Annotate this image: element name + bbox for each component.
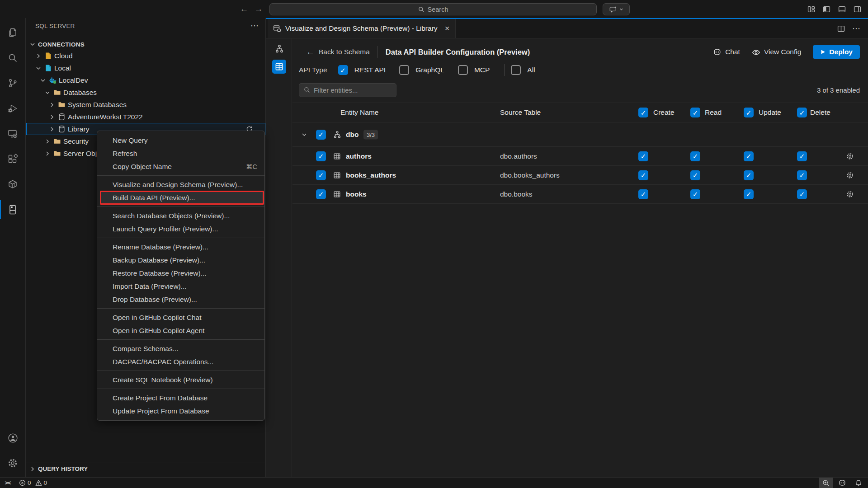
checkbox-unchecked[interactable] [458,65,468,75]
api-option-all[interactable]: All [511,65,535,75]
zoom-in-status-icon[interactable] [819,478,833,488]
entity-row-books-authors[interactable]: books_authors dbo.books_authors [292,166,868,185]
copilot-status-icon[interactable] [835,478,849,488]
toggle-primary-sidebar-icon[interactable] [822,4,831,14]
read-checkbox[interactable] [690,151,700,161]
command-center-search[interactable]: Search [269,3,597,15]
search-view-icon[interactable] [0,46,25,70]
menu-item-copy-object-name[interactable]: Copy Object Name⌘C [97,160,264,173]
delete-all-checkbox[interactable] [797,108,807,117]
run-debug-icon[interactable] [0,97,25,120]
menu-item-rename-database[interactable]: Rename Database (Preview)... [97,240,264,253]
tree-item-local[interactable]: Local [26,62,265,74]
api-option-graphql[interactable]: GraphQL [399,65,444,75]
delete-checkbox[interactable] [797,170,807,180]
menu-item-search-database-objects[interactable]: Search Database Objects (Preview)... [97,209,264,222]
notifications-bell-icon[interactable] [852,478,865,488]
menu-item-drop-database[interactable]: Drop Database (Preview)... [97,293,264,306]
menu-item-open-copilot-chat[interactable]: Open in GitHub Copilot Chat [97,311,264,324]
menu-item-create-project-from-database[interactable]: Create Project From Database [97,391,264,404]
checkbox-unchecked[interactable] [399,65,409,75]
schema-group-row[interactable]: dbo 3/3 [292,122,868,147]
menu-item-open-copilot-agent[interactable]: Open in GitHub Copilot Agent [97,324,264,337]
delete-checkbox[interactable] [797,189,807,199]
problems-indicator[interactable]: 0 0 [19,479,47,486]
schema-diagram-tool-icon[interactable] [272,42,286,56]
menu-item-compare-schemas[interactable]: Compare Schemas... [97,342,264,355]
row-settings-gear-icon[interactable] [846,190,854,198]
data-api-builder-tool-icon[interactable] [272,60,286,74]
group-checkbox[interactable] [316,130,326,140]
api-option-mcp[interactable]: MCP [458,65,490,75]
create-checkbox[interactable] [638,170,648,180]
row-settings-gear-icon[interactable] [846,152,854,160]
connections-section-header[interactable]: CONNECTIONS [26,39,265,50]
chevron-down-icon[interactable] [301,131,308,138]
tree-item-system-databases[interactable]: System Databases [26,99,265,111]
update-checkbox[interactable] [744,151,754,161]
container-tools-icon[interactable] [0,173,25,196]
menu-item-launch-query-profiler[interactable]: Launch Query Profiler (Preview)... [97,222,264,235]
row-checkbox[interactable] [316,189,326,199]
remote-indicator-icon[interactable]: >< [0,479,15,486]
back-to-schema-button[interactable]: ← Back to Schema [306,47,370,57]
more-actions-icon[interactable]: ⋯ [852,23,861,33]
nav-forward-icon[interactable]: → [253,4,264,14]
create-all-checkbox[interactable] [638,108,648,117]
read-checkbox[interactable] [690,189,700,199]
copilot-chat-button[interactable] [603,3,630,15]
folder-icon [58,101,66,108]
row-checkbox[interactable] [316,151,326,161]
split-editor-icon[interactable] [837,25,845,33]
tree-item-localdev[interactable]: LocalDev [26,74,265,86]
extensions-icon[interactable] [0,147,25,171]
tab-schema-designer[interactable]: Visualize and Design Schema (Preview) - … [268,19,456,38]
filter-entities-input-wrap[interactable] [299,83,396,97]
tree-item-adventureworks[interactable]: AdventureWorksLT2022 [26,111,265,123]
menu-item-dacpac-bacpac[interactable]: DACPAC/BACPAC Operations... [97,355,264,368]
row-checkbox[interactable] [316,170,326,180]
menu-item-restore-database[interactable]: Restore Database (Preview)... [97,267,264,280]
customize-layout-icon[interactable] [807,4,816,14]
menu-item-refresh[interactable]: Refresh [97,147,264,160]
read-checkbox[interactable] [690,170,700,180]
checkbox-unchecked[interactable] [511,65,521,75]
api-option-rest[interactable]: REST API [338,65,386,75]
create-checkbox[interactable] [638,151,648,161]
filter-entities-input[interactable] [314,86,386,94]
query-history-section-header[interactable]: QUERY HISTORY [26,463,265,474]
remote-explorer-icon[interactable] [0,122,25,145]
menu-item-create-sql-notebook[interactable]: Create SQL Notebook (Preview) [97,373,264,386]
settings-gear-icon[interactable] [0,451,25,475]
update-all-checkbox[interactable] [744,108,754,117]
toggle-secondary-sidebar-icon[interactable] [853,4,862,14]
entity-row-books[interactable]: books dbo.books [292,185,868,204]
menu-item-visualize-design-schema[interactable]: Visualize and Design Schema (Preview)... [97,178,264,191]
menu-item-backup-database[interactable]: Backup Database (Preview)... [97,253,264,267]
update-checkbox[interactable] [744,170,754,180]
checkbox-checked[interactable] [338,65,348,75]
menu-item-update-project-from-database[interactable]: Update Project From Database [97,404,264,418]
entity-row-authors[interactable]: authors dbo.authors [292,147,868,166]
source-control-icon[interactable] [0,71,25,95]
create-checkbox[interactable] [638,189,648,199]
deploy-button[interactable]: Deploy [813,45,860,59]
chat-button[interactable]: Chat [713,48,740,56]
sql-server-view-icon[interactable] [0,198,25,221]
accounts-icon[interactable] [0,426,25,450]
update-checkbox[interactable] [744,189,754,199]
menu-item-build-data-api[interactable]: Build Data API (Preview)... [100,191,264,204]
explorer-icon[interactable] [0,21,25,44]
delete-checkbox[interactable] [797,151,807,161]
tree-item-databases[interactable]: Databases [26,86,265,99]
tree-item-cloud[interactable]: Cloud [26,50,265,62]
view-config-button[interactable]: View Config [752,48,801,56]
toggle-panel-icon[interactable] [837,4,846,14]
sidebar-more-actions-icon[interactable]: ⋯ [250,21,259,31]
read-all-checkbox[interactable] [690,108,700,117]
menu-item-new-query[interactable]: New Query [97,134,264,147]
row-settings-gear-icon[interactable] [846,171,854,179]
menu-item-import-data[interactable]: Import Data (Preview)... [97,280,264,293]
nav-back-icon[interactable]: ← [239,4,250,14]
close-icon[interactable]: ✕ [444,25,450,32]
